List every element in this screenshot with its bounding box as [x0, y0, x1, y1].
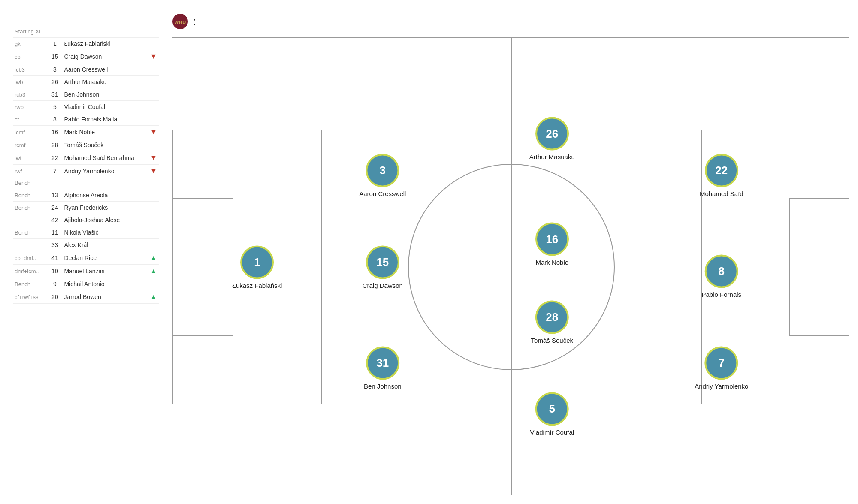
no-icon [148, 139, 159, 151]
player-role [13, 239, 47, 251]
arrow-down-icon: ▼ [148, 165, 159, 178]
roster-row: cf8Pablo Fornals Malla [13, 113, 159, 126]
roster-row: 42Ajibola-Joshua Alese [13, 214, 159, 226]
player-circle: 5 [535, 392, 569, 426]
roster-row: 33Alex Král [13, 239, 159, 251]
roster-row: Starting XI [13, 26, 159, 38]
roster-table: Starting XIgk1Łukasz Fabiańskicb15Craig … [13, 26, 159, 304]
player-name: Tomáš Souček [62, 139, 148, 151]
arrow-down-icon: ▼ [148, 151, 159, 165]
arrow-up-icon: ▲ [148, 265, 159, 278]
player-name: Alphonse Aréola [62, 189, 148, 202]
player-role: Bench [13, 202, 47, 214]
roster-row: Bench11Nikola Vlašić [13, 226, 159, 239]
roster-row: dmf+lcm..10Manuel Lanzini▲ [13, 265, 159, 278]
center-circle [408, 164, 614, 370]
player-name-label: Vladimír Coufal [530, 428, 574, 435]
player-number: 9 [47, 278, 62, 290]
player-circle: 16 [535, 223, 569, 256]
player-role: rwb [13, 101, 47, 113]
roster-row: Bench [13, 178, 159, 189]
roster-row: lcmf16Mark Noble▼ [13, 126, 159, 139]
no-icon [148, 278, 159, 290]
no-icon [148, 239, 159, 251]
player-node: 15Craig Dawson [363, 245, 403, 289]
player-role: Bench [13, 189, 47, 202]
left-panel: Starting XIgk1Łukasz Fabiańskicb15Craig … [0, 0, 167, 504]
player-role: cb+dmf.. [13, 251, 47, 265]
player-number: 24 [47, 202, 62, 214]
player-role: lwf [13, 151, 47, 165]
player-circle: 1 [241, 245, 274, 279]
player-role: Starting XI [13, 26, 47, 38]
player-circle: 7 [705, 346, 738, 380]
player-circle: 31 [366, 346, 399, 380]
roster-row: Bench13Alphonse Aréola [13, 189, 159, 202]
no-icon [148, 63, 159, 76]
roster-row: lcb33Aaron Cresswell [13, 63, 159, 76]
player-role: cf [13, 113, 47, 126]
player-name: Arthur Masuaku [62, 76, 148, 88]
player-role: Bench [13, 226, 47, 239]
team-badge: WHU [172, 13, 189, 30]
roster-row: Bench9Michail Antonio [13, 278, 159, 290]
no-icon [148, 214, 159, 226]
player-circle: 15 [366, 245, 399, 279]
player-circle: 3 [366, 154, 399, 187]
player-node: 3Aaron Cresswell [359, 154, 406, 197]
player-number: 15 [47, 50, 62, 63]
player-name: Alex Král [62, 239, 148, 251]
player-node: 16Mark Noble [535, 223, 569, 266]
no-icon [148, 88, 159, 101]
player-role: lcmf [13, 126, 47, 139]
roster-row: rcb331Ben Johnson [13, 88, 159, 101]
player-number: 10 [47, 265, 62, 278]
player-number: 31 [47, 88, 62, 101]
player-number: 11 [47, 226, 62, 239]
player-number: 20 [47, 290, 62, 304]
player-role: rcb3 [13, 88, 47, 101]
player-name-label: Ben Johnson [364, 382, 402, 389]
player-role: rcmf [13, 139, 47, 151]
player-node: 1Łukasz Fabiański [233, 245, 282, 289]
svg-text:WHU: WHU [175, 20, 186, 25]
roster-row: cb15Craig Dawson▼ [13, 50, 159, 63]
roster-row: cf+rwf+ss20Jarrod Bowen▲ [13, 290, 159, 304]
player-number: 41 [47, 251, 62, 265]
player-name-label: Aaron Cresswell [359, 190, 406, 197]
player-number: 42 [47, 214, 62, 226]
player-name: Manuel Lanzini [62, 265, 148, 278]
roster-row: rwb5Vladimír Coufal [13, 101, 159, 113]
roster-row: rwf7Andriy Yarmolenko▼ [13, 165, 159, 178]
player-number: 26 [47, 76, 62, 88]
player-name-label: Mohamed Saïd [700, 190, 743, 197]
pitch-rect [789, 198, 849, 336]
no-icon [148, 26, 159, 38]
player-name: Jarrod Bowen [62, 290, 148, 304]
player-role: cf+rwf+ss [13, 290, 47, 304]
player-name: Aaron Cresswell [62, 63, 148, 76]
player-circle: 26 [535, 117, 569, 151]
player-role: gk [13, 38, 47, 50]
player-name: Nikola Vlašić [62, 226, 148, 239]
player-role: lwb [13, 76, 47, 88]
player-name [62, 26, 148, 38]
player-circle: 22 [705, 154, 738, 187]
player-name: Pablo Fornals Malla [62, 113, 148, 126]
player-name-label: Andriy Yarmolenko [695, 382, 748, 389]
player-number: 3 [47, 63, 62, 76]
player-node: 26Arthur Masuaku [529, 117, 575, 160]
no-icon [148, 178, 159, 189]
player-node: 7Andriy Yarmolenko [695, 346, 748, 389]
pitch-rect [172, 198, 233, 336]
no-icon [148, 38, 159, 50]
player-role: Bench [13, 178, 47, 189]
player-name: Ryan Fredericks [62, 202, 148, 214]
player-name-label: Pablo Fornals [702, 290, 742, 298]
player-number: 33 [47, 239, 62, 251]
player-node: 31Ben Johnson [364, 346, 402, 389]
player-number: 1 [47, 38, 62, 50]
player-name: Ajibola-Joshua Alese [62, 214, 148, 226]
pitch-header: WHU : [172, 13, 849, 30]
pitch-container: 1Łukasz Fabiański15Craig Dawson3Aaron Cr… [172, 37, 849, 495]
